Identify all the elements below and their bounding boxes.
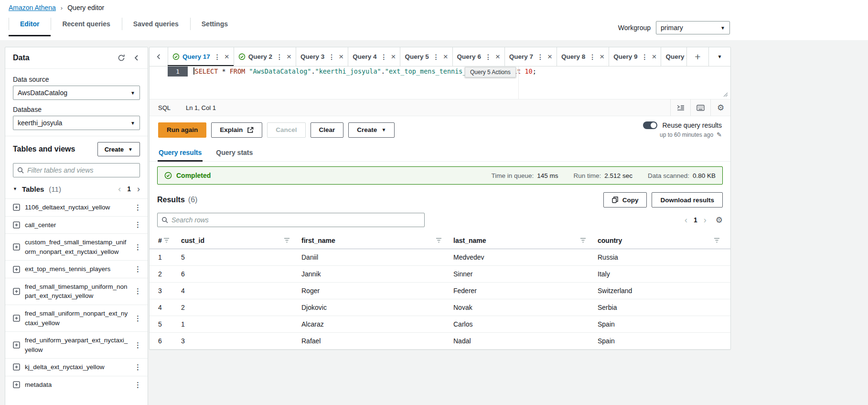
sql-code-editor[interactable]: 1 SELECT * FROM "AwsDataCatalog"."keerth… bbox=[150, 66, 730, 99]
expand-plus-icon[interactable] bbox=[13, 381, 20, 388]
previous-page-icon[interactable]: ‹ bbox=[685, 216, 687, 224]
table-actions-icon[interactable]: ⋮ bbox=[134, 265, 141, 274]
column-header[interactable]: cust_id bbox=[180, 232, 300, 249]
tab-close-icon[interactable]: × bbox=[495, 53, 500, 61]
table-list-item[interactable]: fred_uniform_yearpart_ext_nyctaxi_yellow… bbox=[5, 331, 148, 358]
copy-button[interactable]: Copy bbox=[603, 192, 647, 208]
new-tab-button[interactable]: + bbox=[686, 47, 708, 66]
expand-plus-icon[interactable] bbox=[13, 363, 20, 371]
query-tab[interactable]: Query 17 ⋮ × bbox=[168, 47, 234, 66]
column-filter-icon[interactable] bbox=[284, 238, 290, 243]
table-list-item[interactable]: call_center ⋮ bbox=[5, 216, 148, 234]
query-tab[interactable]: Query 7 ⋮ × bbox=[504, 47, 557, 66]
table-actions-icon[interactable]: ⋮ bbox=[134, 203, 141, 212]
cancel-button[interactable]: Cancel bbox=[267, 122, 305, 138]
expand-plus-icon[interactable] bbox=[13, 315, 20, 322]
tab-actions-icon[interactable]: ⋮ bbox=[379, 53, 388, 61]
nav-tab[interactable]: Settings bbox=[190, 11, 239, 36]
results-settings-gear-icon[interactable]: ⚙ bbox=[716, 215, 723, 225]
table-list-item[interactable]: fred_small_timestamp_uniform_nonpart_ext… bbox=[5, 278, 148, 305]
previous-page-icon[interactable]: ‹ bbox=[118, 185, 121, 193]
run-again-button[interactable]: Run again bbox=[158, 122, 206, 138]
download-results-button[interactable]: Download results bbox=[652, 192, 723, 208]
table-actions-icon[interactable]: ⋮ bbox=[134, 363, 141, 372]
tab-close-icon[interactable]: × bbox=[443, 53, 448, 61]
query-tab[interactable]: Query 4 ⋮ × bbox=[348, 47, 400, 66]
column-header[interactable]: country bbox=[597, 232, 730, 249]
column-header[interactable]: # bbox=[150, 232, 180, 249]
expand-plus-icon[interactable] bbox=[13, 221, 20, 229]
table-actions-icon[interactable]: ⋮ bbox=[134, 314, 141, 323]
data-source-select[interactable]: AwsDataCatalog ▼ bbox=[13, 86, 140, 100]
query-tab[interactable]: Query 10 ⋮ × bbox=[661, 47, 686, 66]
expand-plus-icon[interactable] bbox=[13, 204, 20, 211]
column-filter-icon[interactable] bbox=[580, 238, 586, 243]
reuse-results-toggle[interactable] bbox=[643, 121, 657, 129]
tab-actions-icon[interactable]: ⋮ bbox=[484, 53, 493, 61]
edit-pencil-icon[interactable]: ✎ bbox=[717, 131, 722, 138]
tab-close-icon[interactable]: × bbox=[547, 53, 552, 61]
table-list-item[interactable]: metadata ⋮ bbox=[5, 376, 148, 394]
database-select[interactable]: keerthi_josyula ▼ bbox=[13, 116, 140, 130]
nav-tab[interactable]: Saved queries bbox=[122, 11, 190, 36]
query-tab[interactable]: Query 6 ⋮ × bbox=[452, 47, 504, 66]
column-filter-icon[interactable] bbox=[714, 238, 720, 243]
table-actions-icon[interactable]: ⋮ bbox=[134, 220, 141, 229]
tab-actions-icon[interactable]: ⋮ bbox=[536, 53, 545, 61]
table-list-item[interactable]: custom_fred_small_timestamp_uniform_nonp… bbox=[5, 233, 148, 260]
next-page-icon[interactable]: › bbox=[704, 216, 707, 224]
format-query-icon[interactable] bbox=[670, 99, 690, 116]
column-filter-icon[interactable] bbox=[163, 238, 170, 243]
next-page-icon[interactable]: › bbox=[137, 185, 140, 193]
column-header[interactable]: first_name bbox=[300, 232, 452, 249]
refresh-icon[interactable] bbox=[118, 54, 125, 62]
nav-tab[interactable]: Recent queries bbox=[51, 11, 121, 36]
tab-scroll-left-button[interactable] bbox=[150, 47, 168, 66]
expand-plus-icon[interactable] bbox=[13, 243, 20, 251]
query-tab[interactable]: Query 8 ⋮ × bbox=[557, 47, 609, 66]
search-rows-input[interactable] bbox=[171, 216, 420, 224]
page-number[interactable]: 1 bbox=[127, 185, 131, 193]
nav-tab[interactable]: Editor bbox=[9, 11, 51, 36]
table-actions-icon[interactable]: ⋮ bbox=[134, 287, 141, 296]
expand-plus-icon[interactable] bbox=[13, 266, 20, 273]
create-dropdown-button[interactable]: Create ▼ bbox=[348, 122, 395, 138]
query-tab[interactable]: Query 2 ⋮ × bbox=[234, 47, 296, 66]
editor-resize-handle[interactable] bbox=[722, 91, 728, 97]
expand-plus-icon[interactable] bbox=[13, 341, 20, 349]
clear-button[interactable]: Clear bbox=[311, 122, 344, 138]
page-number[interactable]: 1 bbox=[694, 216, 697, 224]
table-list-item[interactable]: fred_small_uniform_nonpart_ext_nyctaxi_y… bbox=[5, 305, 148, 331]
query-tab[interactable]: Query 5 ⋮ × bbox=[400, 47, 452, 66]
explain-button[interactable]: Explain bbox=[211, 122, 262, 138]
tab-close-icon[interactable]: × bbox=[225, 53, 229, 61]
editor-settings-gear-icon[interactable]: ⚙ bbox=[710, 99, 730, 116]
column-header[interactable]: last_name bbox=[452, 232, 597, 249]
query-tab[interactable]: Query 3 ⋮ × bbox=[296, 47, 348, 66]
results-tab[interactable]: Query results bbox=[151, 143, 209, 161]
table-actions-icon[interactable]: ⋮ bbox=[134, 243, 141, 252]
tab-close-icon[interactable]: × bbox=[339, 53, 343, 61]
results-tab[interactable]: Query stats bbox=[209, 143, 260, 161]
table-actions-icon[interactable]: ⋮ bbox=[134, 381, 141, 389]
tab-actions-icon[interactable]: ⋮ bbox=[275, 53, 284, 61]
tab-actions-icon[interactable]: ⋮ bbox=[588, 53, 597, 61]
tab-close-icon[interactable]: × bbox=[391, 53, 396, 61]
expand-plus-icon[interactable] bbox=[13, 288, 20, 295]
workgroup-select[interactable]: primary ▼ bbox=[656, 21, 730, 34]
tab-actions-icon[interactable]: ⋮ bbox=[641, 53, 649, 61]
table-list-item[interactable]: kj_delta_ext_nyctaxi_yellow ⋮ bbox=[5, 358, 148, 376]
keyboard-shortcuts-icon[interactable] bbox=[690, 99, 710, 116]
column-filter-icon[interactable] bbox=[436, 238, 442, 243]
table-actions-icon[interactable]: ⋮ bbox=[134, 341, 141, 350]
query-tab[interactable]: Query 9 ⋮ × bbox=[609, 47, 661, 66]
tab-actions-icon[interactable]: ⋮ bbox=[327, 53, 336, 61]
table-list-item[interactable]: 1106_deltaext_nyctaxi_yellow ⋮ bbox=[5, 198, 148, 216]
collapse-panel-icon[interactable] bbox=[133, 55, 140, 61]
tab-close-icon[interactable]: × bbox=[652, 53, 657, 61]
tab-close-icon[interactable]: × bbox=[287, 53, 291, 61]
table-list-item[interactable]: ext_top_mens_tennis_players ⋮ bbox=[5, 260, 148, 278]
tab-close-icon[interactable]: × bbox=[600, 53, 604, 61]
section-collapse-icon[interactable]: ▼ bbox=[13, 186, 17, 191]
tab-overflow-button[interactable]: ▼ bbox=[708, 47, 730, 66]
